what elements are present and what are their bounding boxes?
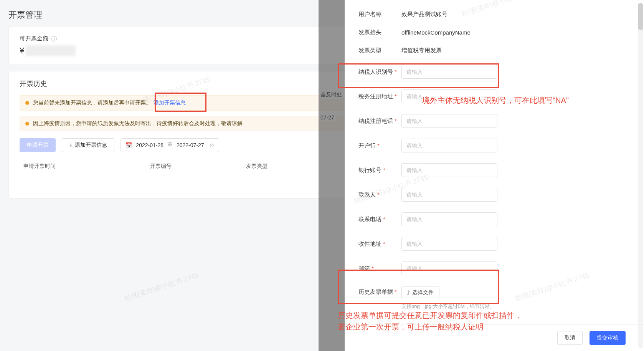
choose-file-button[interactable]: ⤴ 选择文件 (401, 286, 439, 299)
date-range-picker[interactable]: 📅 2022-01-28 至 2022-07-27 ⊘ (121, 138, 219, 152)
yen-symbol: ¥ (20, 46, 24, 56)
field-history-doc: 历史发票单据* ⤴ 选择文件 支持png、jpg;大小不超过5M，细节清晰。 (345, 286, 644, 310)
tax-address-input[interactable] (401, 89, 497, 103)
field-contact: 联系人* (345, 188, 644, 202)
ship-address-input[interactable] (401, 237, 497, 251)
tax-phone-input[interactable] (401, 114, 497, 128)
available-amount-label: 可开票金额 (20, 35, 48, 41)
user-name-label: 用户名称 (358, 11, 401, 18)
user-name-value: 效果产品测试账号 (401, 11, 447, 18)
date-start: 2022-01-28 (136, 142, 163, 148)
field-user-name: 用户名称 效果产品测试账号 (345, 11, 644, 18)
email-input[interactable] (401, 262, 497, 275)
date-sep: 至 (167, 142, 173, 149)
available-amount-block: 可开票金额 i ¥ (20, 35, 268, 56)
contact-phone-input[interactable] (401, 212, 497, 226)
col-apply-time: 申请开票时间 (23, 163, 150, 170)
contact-input[interactable] (401, 188, 497, 202)
warning-icon (25, 101, 29, 105)
invoice-title-value: offlineMockCompanyName (401, 29, 471, 36)
warning-icon (25, 122, 29, 126)
add-invoice-info-button-label: 添加开票信息 (75, 142, 107, 149)
apply-invoice-button[interactable]: 申请开票 (20, 138, 56, 152)
alert-covid-text: 因上海疫情原因，您申请的纸质发票无法及时寄出，待疫情好转后会及时处理，敬请谅解 (33, 120, 243, 127)
field-email: 邮箱* (345, 262, 644, 275)
date-end: 2022-07-27 (177, 142, 204, 148)
field-contact-phone: 联系电话* (345, 212, 644, 226)
file-hint: 支持png、jpg;大小不超过5M，细节清晰。 (401, 303, 495, 310)
field-bank-account: 银行账号* (345, 163, 644, 177)
bank-account-label: 银行账号* (358, 167, 401, 174)
watermark: 秋瑾(黄玲)@小红书 2745 (123, 270, 200, 303)
submit-button[interactable]: 提交审核 (590, 331, 626, 345)
field-ship-address: 收件地址* (345, 237, 644, 251)
tax-phone-label: 纳税注册电话* (358, 118, 401, 125)
calendar-icon: 📅 (125, 142, 132, 148)
contact-label: 联系人* (358, 191, 401, 199)
history-doc-label: 历史发票单据* (358, 286, 401, 296)
field-invoice-title: 发票抬头 offlineMockCompanyName (345, 29, 644, 36)
email-label: 邮箱* (358, 265, 401, 272)
scrollbar-thumb[interactable] (638, 3, 643, 30)
tax-id-label: 纳税人识别号* (358, 68, 401, 76)
choose-file-label: 选择文件 (412, 289, 434, 296)
available-amount-value (26, 45, 76, 56)
field-tax-phone: 纳税注册电话* (345, 114, 644, 128)
invoice-type-label: 发票类型 (358, 47, 401, 54)
ship-address-label: 收件地址* (358, 240, 401, 248)
bank-input[interactable] (401, 139, 497, 152)
bank-label: 开户行* (358, 142, 401, 149)
invoice-type-value: 增值税专用发票 (401, 47, 442, 54)
alert-no-info-text: 您当前暂未添加开票信息，请添加后再申请开票。 (33, 99, 151, 106)
scrollbar-track[interactable] (638, 3, 643, 348)
field-tax-address: 税务注册地址* (345, 89, 644, 103)
upload-icon: ⤴ (407, 290, 410, 296)
invoice-info-modal: 用户名称 效果产品测试账号 发票抬头 offlineMockCompanyNam… (345, 0, 644, 351)
plus-icon: + (69, 142, 73, 149)
field-tax-id: 纳税人识别号* (345, 65, 644, 79)
cancel-button[interactable]: 取消 (557, 331, 583, 345)
modal-footer: 取消 提交审核 (345, 324, 644, 351)
contact-phone-label: 联系电话* (358, 216, 401, 223)
invoice-title-label: 发票抬头 (358, 29, 401, 36)
bank-account-input[interactable] (401, 163, 497, 177)
clear-icon[interactable]: ⊘ (210, 142, 214, 148)
tax-address-label: 税务注册地址* (358, 93, 401, 100)
add-invoice-info-button[interactable]: + 添加开票信息 (62, 138, 114, 152)
add-invoice-info-link[interactable]: 添加开票信息 (154, 99, 186, 106)
col-invoice-no: 开票编号 (150, 163, 246, 170)
field-bank: 开户行* (345, 139, 644, 152)
tax-id-input[interactable] (401, 65, 497, 79)
field-invoice-type: 发票类型 增值税专用发票 (345, 47, 644, 54)
info-icon[interactable]: i (51, 36, 57, 41)
